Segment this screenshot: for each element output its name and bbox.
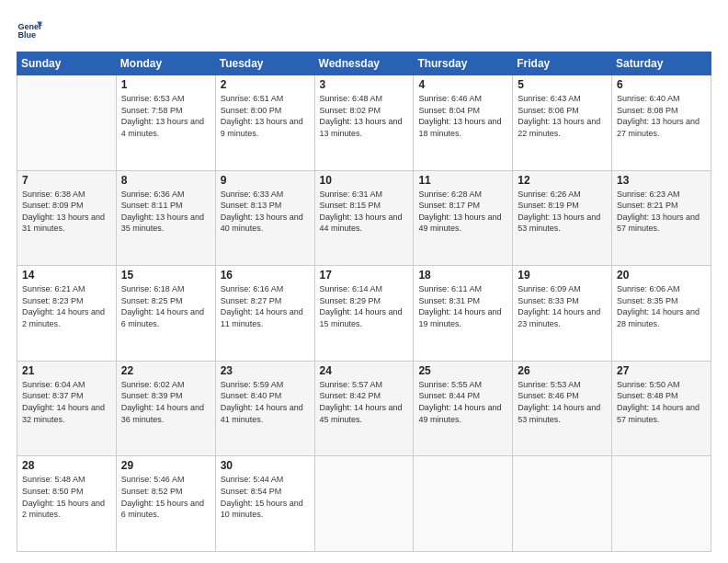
sunset-label: Sunset: 8:06 PM <box>518 106 579 115</box>
sunrise-label: Sunrise: 5:53 AM <box>518 380 581 389</box>
sunrise-label: Sunrise: 6:09 AM <box>518 284 581 293</box>
sunrise-label: Sunrise: 6:38 AM <box>22 190 85 199</box>
day-number: 20 <box>617 269 706 282</box>
calendar-cell: 12Sunrise: 6:26 AMSunset: 8:19 PMDayligh… <box>513 170 612 266</box>
sunset-label: Sunset: 8:39 PM <box>121 391 183 400</box>
sunset-label: Sunset: 8:35 PM <box>617 296 678 305</box>
day-info: Sunrise: 6:33 AMSunset: 8:13 PMDaylight:… <box>221 189 310 235</box>
daylight-label: Daylight: 14 hours and 49 minutes. <box>418 403 501 424</box>
sunset-label: Sunset: 8:40 PM <box>221 391 282 400</box>
sunrise-label: Sunrise: 6:26 AM <box>518 190 581 199</box>
sunrise-label: Sunrise: 6:46 AM <box>418 94 482 103</box>
sunset-label: Sunset: 8:37 PM <box>22 391 84 400</box>
weekday-header-monday: Monday <box>116 52 215 75</box>
calendar-cell: 13Sunrise: 6:23 AMSunset: 8:21 PMDayligh… <box>612 170 711 266</box>
sunrise-label: Sunrise: 6:06 AM <box>617 284 680 293</box>
day-info: Sunrise: 6:38 AMSunset: 8:09 PMDaylight:… <box>22 189 111 235</box>
daylight-label: Daylight: 14 hours and 28 minutes. <box>617 307 700 328</box>
day-info: Sunrise: 6:11 AMSunset: 8:31 PMDaylight:… <box>418 283 507 329</box>
sunset-label: Sunset: 8:46 PM <box>518 391 579 400</box>
daylight-label: Daylight: 13 hours and 49 minutes. <box>418 213 501 234</box>
day-number: 27 <box>617 364 706 377</box>
calendar-cell: 16Sunrise: 6:16 AMSunset: 8:27 PMDayligh… <box>215 266 314 362</box>
calendar-cell: 27Sunrise: 5:50 AMSunset: 8:48 PMDayligh… <box>612 361 711 456</box>
sunset-label: Sunset: 8:19 PM <box>518 201 579 210</box>
calendar-week-row: 14Sunrise: 6:21 AMSunset: 8:23 PMDayligh… <box>17 266 711 362</box>
day-number: 9 <box>221 174 310 187</box>
weekday-header-wednesday: Wednesday <box>314 52 414 75</box>
calendar-week-row: 1Sunrise: 6:53 AMSunset: 7:58 PMDaylight… <box>17 75 711 171</box>
day-info: Sunrise: 6:31 AMSunset: 8:15 PMDaylight:… <box>320 189 409 235</box>
day-number: 2 <box>221 78 310 91</box>
day-info: Sunrise: 6:23 AMSunset: 8:21 PMDaylight:… <box>617 189 706 235</box>
daylight-label: Daylight: 13 hours and 53 minutes. <box>518 213 600 234</box>
calendar-cell: 3Sunrise: 6:48 AMSunset: 8:02 PMDaylight… <box>314 75 414 171</box>
daylight-label: Daylight: 13 hours and 40 minutes. <box>221 213 303 234</box>
sunrise-label: Sunrise: 6:16 AM <box>221 284 284 293</box>
sunset-label: Sunset: 8:25 PM <box>121 296 183 305</box>
day-info: Sunrise: 6:02 AMSunset: 8:39 PMDaylight:… <box>121 379 210 425</box>
calendar-cell: 22Sunrise: 6:02 AMSunset: 8:39 PMDayligh… <box>116 361 215 456</box>
sunset-label: Sunset: 8:23 PM <box>22 296 84 305</box>
calendar-cell: 20Sunrise: 6:06 AMSunset: 8:35 PMDayligh… <box>612 266 711 362</box>
day-info: Sunrise: 6:06 AMSunset: 8:35 PMDaylight:… <box>617 283 706 329</box>
weekday-header-row: SundayMondayTuesdayWednesdayThursdayFrid… <box>17 52 711 75</box>
day-info: Sunrise: 5:53 AMSunset: 8:46 PMDaylight:… <box>518 379 607 425</box>
calendar-cell: 6Sunrise: 6:40 AMSunset: 8:08 PMDaylight… <box>612 75 711 171</box>
daylight-label: Daylight: 15 hours and 6 minutes. <box>121 499 204 520</box>
sunset-label: Sunset: 8:00 PM <box>221 106 282 115</box>
daylight-label: Daylight: 14 hours and 11 minutes. <box>221 307 303 328</box>
day-info: Sunrise: 6:36 AMSunset: 8:11 PMDaylight:… <box>121 189 210 235</box>
day-number: 22 <box>121 364 210 377</box>
calendar-cell <box>414 456 513 552</box>
sunset-label: Sunset: 8:17 PM <box>418 201 480 210</box>
sunrise-label: Sunrise: 6:28 AM <box>418 190 482 199</box>
weekday-header-tuesday: Tuesday <box>215 52 314 75</box>
day-number: 23 <box>221 364 310 377</box>
weekday-header-thursday: Thursday <box>414 52 513 75</box>
daylight-label: Daylight: 13 hours and 35 minutes. <box>121 213 204 234</box>
sunrise-label: Sunrise: 6:14 AM <box>320 284 383 293</box>
day-info: Sunrise: 5:50 AMSunset: 8:48 PMDaylight:… <box>617 379 706 425</box>
calendar-cell: 26Sunrise: 5:53 AMSunset: 8:46 PMDayligh… <box>513 361 612 456</box>
calendar-cell: 15Sunrise: 6:18 AMSunset: 8:25 PMDayligh… <box>116 266 215 362</box>
calendar-cell: 25Sunrise: 5:55 AMSunset: 8:44 PMDayligh… <box>414 361 513 456</box>
daylight-label: Daylight: 14 hours and 36 minutes. <box>121 403 204 424</box>
calendar-cell: 10Sunrise: 6:31 AMSunset: 8:15 PMDayligh… <box>314 170 414 266</box>
daylight-label: Daylight: 13 hours and 9 minutes. <box>221 117 303 138</box>
daylight-label: Daylight: 13 hours and 22 minutes. <box>518 117 600 138</box>
sunrise-label: Sunrise: 6:31 AM <box>320 190 383 199</box>
sunset-label: Sunset: 8:54 PM <box>221 487 282 496</box>
day-number: 30 <box>221 459 310 472</box>
sunset-label: Sunset: 8:52 PM <box>121 487 183 496</box>
daylight-label: Daylight: 14 hours and 2 minutes. <box>22 307 105 328</box>
calendar-cell: 17Sunrise: 6:14 AMSunset: 8:29 PMDayligh… <box>314 266 414 362</box>
day-info: Sunrise: 6:16 AMSunset: 8:27 PMDaylight:… <box>221 283 310 329</box>
calendar-cell: 14Sunrise: 6:21 AMSunset: 8:23 PMDayligh… <box>17 266 117 362</box>
day-info: Sunrise: 5:44 AMSunset: 8:54 PMDaylight:… <box>221 474 310 520</box>
day-info: Sunrise: 6:18 AMSunset: 8:25 PMDaylight:… <box>121 283 210 329</box>
calendar-cell: 21Sunrise: 6:04 AMSunset: 8:37 PMDayligh… <box>17 361 117 456</box>
sunset-label: Sunset: 8:13 PM <box>221 201 282 210</box>
sunset-label: Sunset: 8:21 PM <box>617 201 678 210</box>
calendar-cell: 18Sunrise: 6:11 AMSunset: 8:31 PMDayligh… <box>414 266 513 362</box>
day-number: 26 <box>518 364 607 377</box>
calendar-cell: 7Sunrise: 6:38 AMSunset: 8:09 PMDaylight… <box>17 170 117 266</box>
day-number: 12 <box>518 174 607 187</box>
calendar-cell: 5Sunrise: 6:43 AMSunset: 8:06 PMDaylight… <box>513 75 612 171</box>
sunrise-label: Sunrise: 5:59 AM <box>221 380 284 389</box>
sunrise-label: Sunrise: 6:21 AM <box>22 284 85 293</box>
sunset-label: Sunset: 8:15 PM <box>320 201 381 210</box>
sunrise-label: Sunrise: 5:55 AM <box>418 380 482 389</box>
calendar-cell: 24Sunrise: 5:57 AMSunset: 8:42 PMDayligh… <box>314 361 414 456</box>
calendar-cell: 4Sunrise: 6:46 AMSunset: 8:04 PMDaylight… <box>414 75 513 171</box>
calendar-cell <box>513 456 612 552</box>
day-number: 7 <box>22 174 111 187</box>
day-number: 19 <box>518 269 607 282</box>
calendar-cell: 19Sunrise: 6:09 AMSunset: 8:33 PMDayligh… <box>513 266 612 362</box>
daylight-label: Daylight: 13 hours and 27 minutes. <box>617 117 700 138</box>
daylight-label: Daylight: 14 hours and 32 minutes. <box>22 403 105 424</box>
sunrise-label: Sunrise: 6:18 AM <box>121 284 185 293</box>
day-number: 1 <box>121 78 210 91</box>
calendar-cell: 2Sunrise: 6:51 AMSunset: 8:00 PMDaylight… <box>215 75 314 171</box>
